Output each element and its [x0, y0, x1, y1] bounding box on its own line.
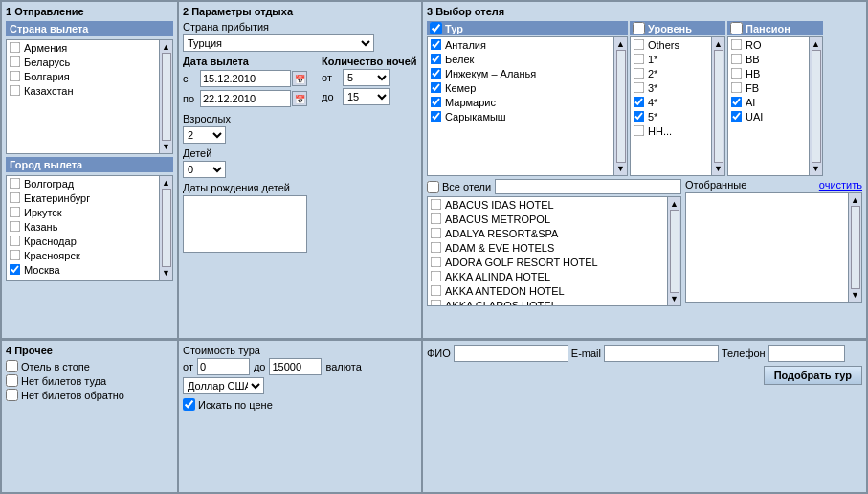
level-check-4star[interactable] — [634, 97, 645, 108]
level-row-3star[interactable]: 3* — [631, 80, 711, 95]
no-tickets-back-check[interactable] — [6, 389, 18, 401]
hotel-row-2[interactable]: ABACUS METROPOL — [428, 212, 667, 226]
country-row-armenia[interactable]: Армения — [7, 40, 159, 55]
calendar-from-icon[interactable]: 📅 — [292, 71, 307, 86]
level-row-4star[interactable]: 4* — [631, 95, 711, 109]
hotel-check-6[interactable] — [431, 271, 442, 282]
hotel-row-7[interactable]: AKKA ANTEDON HOTEL — [428, 283, 667, 298]
tour-scrollbar[interactable]: ▲ ▼ — [613, 37, 627, 175]
country-check-kazakhstan[interactable] — [10, 85, 21, 97]
hotel-row-6[interactable]: AKKA ALINDA HOTEL — [428, 269, 667, 283]
city-check-krasnodar[interactable] — [10, 236, 21, 247]
level-row-1star[interactable]: 1* — [631, 52, 711, 66]
city-row-volgograd[interactable]: Волгоград — [7, 176, 159, 191]
adults-select[interactable]: 2134 — [183, 126, 226, 144]
pension-all-check[interactable] — [730, 22, 743, 34]
tour-check-antalya[interactable] — [431, 39, 442, 51]
search-by-price-check[interactable] — [183, 398, 195, 411]
tour-check-belek[interactable] — [431, 54, 442, 65]
calendar-to-icon[interactable]: 📅 — [292, 91, 307, 106]
hotel-row-8[interactable]: AKKA CLAROS HOTEL — [428, 298, 667, 305]
arrival-country-select[interactable]: Турция — [183, 34, 374, 52]
city-check-volgograd[interactable] — [10, 178, 21, 190]
pension-row-hb[interactable]: HB — [728, 66, 809, 80]
country-row-belarus[interactable]: Беларусь — [7, 55, 159, 69]
hotel-check-5[interactable] — [431, 257, 442, 268]
city-check-moscow[interactable] — [10, 264, 21, 276]
hotel-row-1[interactable]: ABACUS IDAS HOTEL — [428, 197, 667, 212]
tour-row-kemer[interactable]: Кемер — [428, 80, 613, 95]
city-row-irkutsk[interactable]: Иркутск — [7, 205, 159, 219]
level-scrollbar[interactable]: ▲ ▼ — [711, 37, 724, 175]
hotel-check-1[interactable] — [431, 199, 442, 211]
hotel-check-4[interactable] — [431, 242, 442, 254]
city-row-kazan[interactable]: Казань — [7, 219, 159, 234]
level-row-others[interactable]: Others — [631, 37, 711, 52]
city-check-ekaterinburg[interactable] — [10, 192, 21, 204]
tour-check-sarykamysh[interactable] — [431, 111, 442, 123]
country-scrollbar[interactable]: ▲ ▼ — [159, 40, 172, 153]
nights-from-select[interactable]: 5171014 — [343, 69, 390, 86]
tour-row-belek[interactable]: Белек — [428, 52, 613, 66]
hotels-search-input[interactable] — [495, 179, 681, 194]
hotel-check-2[interactable] — [431, 213, 442, 225]
phone-input[interactable] — [768, 345, 845, 362]
selected-scrollbar[interactable]: ▲ ▼ — [848, 193, 861, 302]
city-check-kazan[interactable] — [10, 221, 21, 233]
tour-check-injekum[interactable] — [431, 68, 442, 79]
level-all-check[interactable] — [633, 22, 645, 34]
city-row-ekaterinburg[interactable]: Екатеринбург — [7, 191, 159, 205]
nights-to-select[interactable]: 157101421 — [343, 88, 390, 105]
level-check-2star[interactable] — [634, 68, 645, 79]
city-row-krasnoyarsk[interactable]: Красноярск — [7, 248, 159, 262]
pension-check-bb[interactable] — [731, 54, 743, 65]
city-check-krasnoyarsk[interactable] — [10, 250, 21, 261]
pension-check-fb[interactable] — [731, 82, 743, 94]
tour-row-marmaris[interactable]: Мармарис — [428, 95, 613, 109]
all-hotels-check[interactable] — [427, 181, 439, 193]
pension-check-ro[interactable] — [731, 39, 743, 51]
country-row-bulgaria[interactable]: Болгария — [7, 69, 159, 83]
hotel-row-3[interactable]: ADALYA RESORT&SPA — [428, 226, 667, 240]
pension-row-fb[interactable]: FB — [728, 80, 809, 95]
pension-check-ai[interactable] — [731, 97, 743, 108]
country-check-bulgaria[interactable] — [10, 71, 21, 82]
hotel-row-5[interactable]: ADORA GOLF RESORT HOTEL — [428, 255, 667, 269]
tour-row-injeküm[interactable]: Инжекум – Аланья — [428, 66, 613, 80]
city-row-krasnodar[interactable]: Краснодар — [7, 234, 159, 248]
price-from-input[interactable] — [197, 358, 250, 375]
tour-row-antalya[interactable]: Анталия — [428, 37, 613, 52]
no-tickets-there-check[interactable] — [6, 374, 18, 387]
date-to-input[interactable] — [200, 90, 291, 107]
hotel-stop-check[interactable] — [6, 360, 18, 372]
search-button[interactable]: Подобрать тур — [764, 366, 862, 385]
pension-row-uai[interactable]: UAI — [728, 109, 809, 124]
level-check-others[interactable] — [634, 39, 645, 51]
hotel-check-7[interactable] — [431, 285, 442, 297]
hotel-check-8[interactable] — [431, 300, 442, 305]
fio-input[interactable] — [454, 345, 568, 362]
tour-check-marmaris[interactable] — [431, 97, 442, 108]
city-row-moscow[interactable]: Москва — [7, 262, 159, 277]
pension-row-ai[interactable]: AI — [728, 95, 809, 109]
level-row-2star[interactable]: 2* — [631, 66, 711, 80]
pension-check-hb[interactable] — [731, 68, 743, 79]
children-select[interactable]: 0123 — [183, 161, 226, 178]
level-row-hh[interactable]: HH... — [631, 124, 711, 138]
level-check-5star[interactable] — [634, 111, 645, 123]
hotels-scrollbar[interactable]: ▲ ▼ — [667, 197, 680, 305]
tour-row-sarykamysh[interactable]: Сарыкамыш — [428, 109, 613, 124]
hotel-row-4[interactable]: ADAM & EVE HOTELS — [428, 240, 667, 255]
currency-select[interactable]: Доллар США Евро Рубль — [183, 377, 264, 394]
hotel-check-3[interactable] — [431, 228, 442, 239]
tour-all-check[interactable] — [430, 22, 442, 34]
pension-scrollbar[interactable]: ▲ ▼ — [809, 37, 822, 175]
level-check-hh[interactable] — [634, 125, 645, 137]
pension-row-ro[interactable]: RO — [728, 37, 809, 52]
city-check-irkutsk[interactable] — [10, 207, 21, 218]
price-to-input[interactable] — [269, 358, 322, 375]
level-row-5star[interactable]: 5* — [631, 109, 711, 124]
clear-selected-link[interactable]: очистить — [819, 179, 862, 191]
bday-input-area[interactable] — [183, 195, 307, 253]
email-input[interactable] — [604, 345, 719, 362]
